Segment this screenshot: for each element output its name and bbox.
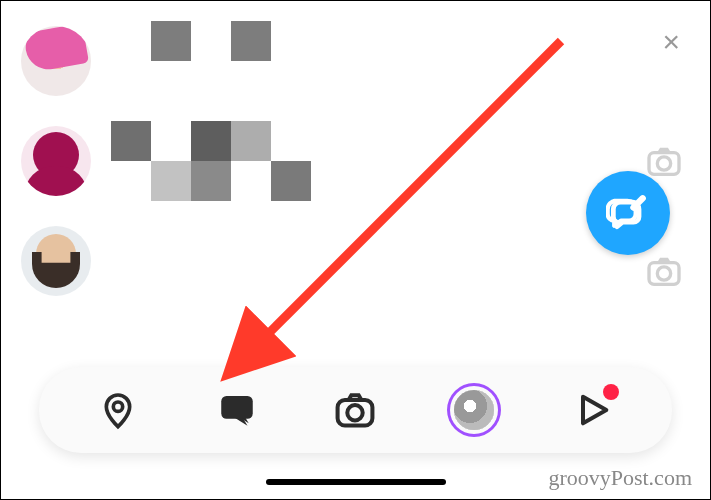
camera-icon[interactable] bbox=[644, 251, 684, 291]
close-button[interactable]: × bbox=[662, 27, 680, 57]
redacted-name bbox=[111, 221, 351, 301]
notification-dot bbox=[603, 384, 619, 400]
svg-point-4 bbox=[114, 402, 123, 411]
tab-stories[interactable] bbox=[450, 386, 498, 434]
avatar[interactable] bbox=[21, 226, 91, 296]
svg-point-1 bbox=[657, 157, 670, 170]
stories-icon bbox=[450, 386, 498, 434]
tab-camera[interactable] bbox=[331, 386, 379, 434]
avatar[interactable] bbox=[21, 26, 91, 96]
watermark: groovyPost.com bbox=[548, 465, 692, 491]
svg-point-3 bbox=[657, 267, 670, 280]
chat-icon bbox=[216, 389, 258, 431]
bottom-tab-bar bbox=[39, 367, 672, 453]
compose-icon bbox=[606, 191, 650, 235]
map-pin-icon bbox=[98, 390, 138, 430]
compose-button[interactable] bbox=[586, 171, 670, 255]
tab-map[interactable] bbox=[94, 386, 142, 434]
home-indicator bbox=[266, 479, 446, 485]
svg-point-7 bbox=[348, 405, 363, 420]
camera-icon[interactable] bbox=[644, 141, 684, 181]
chat-row[interactable] bbox=[1, 11, 710, 111]
tab-chat[interactable] bbox=[213, 386, 261, 434]
tab-spotlight[interactable] bbox=[569, 386, 617, 434]
avatar[interactable] bbox=[21, 126, 91, 196]
svg-rect-5 bbox=[221, 396, 253, 419]
redacted-name bbox=[111, 121, 351, 201]
redacted-name bbox=[111, 21, 351, 101]
camera-icon bbox=[333, 388, 377, 432]
chat-list bbox=[1, 1, 710, 311]
